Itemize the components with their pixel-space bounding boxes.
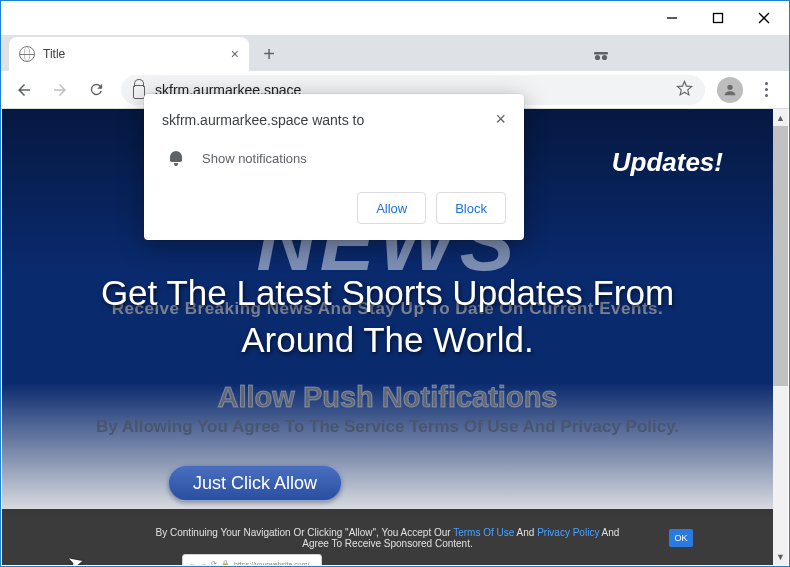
mock-reload-icon: ⟳ <box>211 560 217 565</box>
profile-button[interactable] <box>713 75 747 105</box>
window-maximize-button[interactable] <box>695 3 741 33</box>
scroll-down-icon[interactable]: ▼ <box>773 548 788 565</box>
new-tab-button[interactable]: + <box>255 40 283 68</box>
mock-forward-icon: → <box>200 561 207 566</box>
block-button[interactable]: Block <box>436 192 506 224</box>
globe-icon <box>19 46 35 62</box>
terms-line: By Allowing You Agree To The Service Ter… <box>2 417 773 437</box>
footer-text-pre: By Continuing Your Navigation Or Clickin… <box>156 527 454 538</box>
scroll-up-icon[interactable]: ▲ <box>773 109 788 126</box>
incognito-icon <box>593 47 609 65</box>
allow-label: Allow <box>376 201 407 216</box>
allow-notifications-heading: Allow Push Notifications <box>2 381 773 414</box>
bookmark-star-icon[interactable] <box>676 80 693 100</box>
back-button[interactable] <box>7 75 41 105</box>
consent-footer: By Continuing Your Navigation Or Clickin… <box>2 509 773 565</box>
window-close-button[interactable] <box>741 3 787 33</box>
forward-button[interactable] <box>43 75 77 105</box>
hero-headline: Get The Latest Sports Updates From Aroun… <box>2 269 773 364</box>
svg-point-7 <box>727 84 732 89</box>
mock-back-icon: ← <box>189 561 196 566</box>
permission-prompt-text: skfrm.aurmarkee.space wants to <box>162 112 364 128</box>
mock-browser-graphic: ← → ⟳ 🔒 https://yourwebsite.com/ <box>182 554 322 565</box>
hero-line1: Get The Latest Sports Updates From <box>2 269 773 316</box>
window-titlebar <box>1 1 789 35</box>
svg-point-6 <box>602 55 607 60</box>
menu-button[interactable] <box>749 75 783 105</box>
permission-capability-text: Show notifications <box>202 151 307 166</box>
window-minimize-button[interactable] <box>649 3 695 33</box>
tab-title: Title <box>43 47 223 61</box>
scrollbar-thumb[interactable] <box>773 126 788 386</box>
svg-point-5 <box>595 55 600 60</box>
avatar-icon <box>717 77 743 103</box>
tab-close-icon[interactable]: × <box>231 46 239 62</box>
block-label: Block <box>455 201 487 216</box>
terms-of-use-link[interactable]: Terms Of Use <box>453 527 514 538</box>
svg-rect-1 <box>714 14 723 23</box>
browser-tab[interactable]: Title × <box>9 37 249 71</box>
svg-rect-4 <box>594 52 608 54</box>
mock-lock-icon: 🔒 <box>221 560 230 565</box>
footer-text-mid: And <box>514 527 537 538</box>
bell-icon <box>168 150 184 166</box>
allow-button[interactable]: Allow <box>357 192 426 224</box>
footer-ok-button[interactable]: OK <box>669 529 693 547</box>
hero-line2: Around The World. <box>2 316 773 363</box>
reload-button[interactable] <box>79 75 113 105</box>
cta-label: Just Click Allow <box>193 473 317 494</box>
privacy-policy-link[interactable]: Privacy Policy <box>537 527 599 538</box>
notification-permission-dialog: skfrm.aurmarkee.space wants to × Show no… <box>144 94 524 240</box>
vertical-scrollbar[interactable]: ▲ ▼ <box>773 109 788 565</box>
tab-strip: Title × + <box>1 35 789 71</box>
ok-label: OK <box>674 533 687 543</box>
mock-url: https://yourwebsite.com/ <box>234 561 309 566</box>
banner-updates-text: Updates! <box>612 147 723 178</box>
just-click-allow-button[interactable]: Just Click Allow <box>168 465 342 501</box>
dialog-close-icon[interactable]: × <box>495 112 506 126</box>
